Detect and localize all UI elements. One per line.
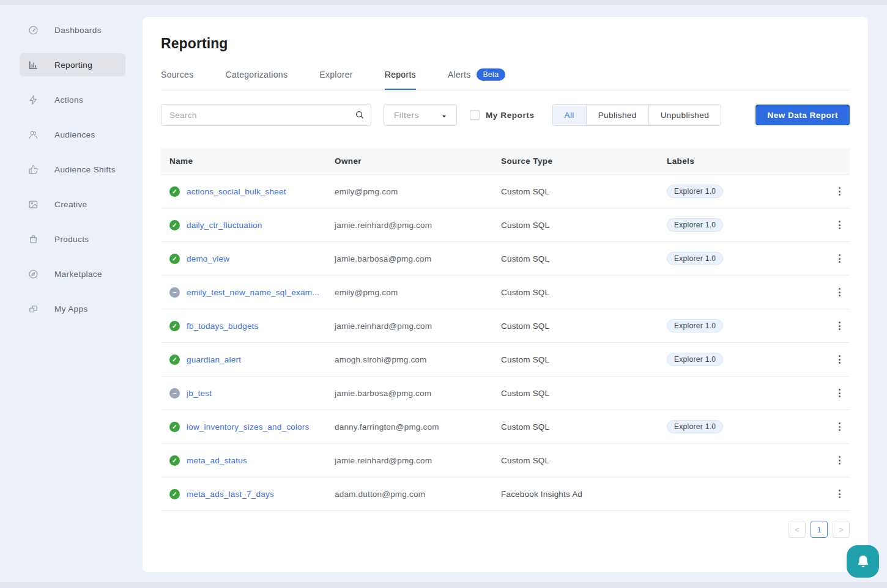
tab-sources[interactable]: Sources (161, 68, 193, 90)
bar-chart-icon (28, 60, 39, 70)
labels-cell: Explorer 1.0 (667, 185, 829, 198)
row-menu-kebab-icon[interactable] (829, 487, 850, 501)
sidebar-item-creative[interactable]: Creative (20, 193, 125, 216)
column-header-labels: Labels (667, 156, 829, 166)
report-name-link[interactable]: emily_test_new_name_sql_exam... (187, 288, 319, 297)
sidebar-item-products[interactable]: Products (20, 227, 125, 251)
table-row: ✓ guardian_alert amogh.sirohi@pmg.com Cu… (161, 343, 850, 377)
search-box (161, 104, 371, 126)
report-name-link[interactable]: daily_ctr_fluctuation (187, 221, 262, 230)
tab-explorer[interactable]: Explorer (319, 68, 353, 90)
name-cell: ✓ demo_view (161, 254, 335, 264)
published-status-icon: ✓ (169, 254, 180, 264)
table-row: ✓ daily_ctr_fluctuation jamie.reinhard@p… (161, 208, 850, 242)
sidebar-item-reporting[interactable]: Reporting (20, 53, 125, 76)
sidebar-item-audiences[interactable]: Audiences (20, 123, 125, 146)
published-status-icon: ✓ (169, 355, 180, 365)
owner-cell: adam.dutton@pmg.com (335, 490, 501, 499)
row-menu-kebab-icon[interactable] (829, 386, 850, 400)
bell-icon (855, 554, 871, 570)
pagination-prev-button[interactable]: < (789, 521, 806, 538)
sidebar-item-label: Creative (54, 200, 87, 209)
segment-published[interactable]: Published (587, 105, 649, 125)
labels-cell: Explorer 1.0 (667, 252, 829, 265)
report-name-link[interactable]: demo_view (187, 254, 229, 263)
unpublished-status-icon: − (169, 287, 180, 298)
row-menu-kebab-icon[interactable] (829, 319, 850, 333)
pagination-page-1[interactable]: 1 (811, 521, 828, 538)
row-menu-kebab-icon[interactable] (829, 454, 850, 467)
search-icon (355, 110, 365, 120)
owner-cell: emily@pmg.com (335, 187, 501, 196)
row-menu-kebab-icon[interactable] (829, 420, 850, 433)
sidebar-item-label: Products (54, 235, 89, 244)
source-type-cell: Custom SQL (501, 355, 667, 364)
column-header-owner: Owner (335, 156, 501, 166)
sidebar-item-my-apps[interactable]: My Apps (20, 297, 125, 320)
tab-categorizations[interactable]: Categorizations (225, 68, 288, 90)
tab-label: Alerts (448, 70, 471, 79)
table-row: ✓ actions_social_bulk_sheet emily@pmg.co… (161, 175, 850, 208)
row-menu-kebab-icon[interactable] (829, 252, 850, 265)
report-name-link[interactable]: low_inventory_sizes_and_colors (187, 422, 309, 432)
column-header-name: Name (161, 156, 335, 166)
label-pill: Explorer 1.0 (667, 319, 723, 333)
window-edge-bottom (0, 582, 887, 588)
tab-label: Explorer (319, 70, 353, 79)
owner-cell: emily@pmg.com (335, 288, 501, 297)
people-icon (28, 130, 39, 140)
report-name-link[interactable]: meta_ad_status (187, 456, 247, 465)
source-type-cell: Custom SQL (501, 389, 667, 398)
sidebar-item-marketplace[interactable]: Marketplace (20, 262, 125, 285)
tab-reports[interactable]: Reports (385, 68, 416, 90)
source-type-cell: Custom SQL (501, 456, 667, 465)
sidebar-item-dashboards[interactable]: Dashboards (20, 18, 125, 42)
report-name-link[interactable]: jb_test (187, 389, 212, 398)
sidebar-item-audience-shifts[interactable]: Audience Shifts (20, 158, 125, 181)
owner-cell: jamie.barbosa@pmg.com (335, 389, 501, 398)
report-name-link[interactable]: fb_todays_budgets (187, 322, 259, 331)
report-name-link[interactable]: guardian_alert (187, 355, 241, 364)
my-reports-toggle[interactable]: My Reports (470, 110, 535, 120)
image-icon (28, 199, 39, 210)
my-reports-checkbox[interactable] (470, 110, 480, 120)
name-cell: ✓ actions_social_bulk_sheet (161, 186, 335, 197)
tab-alerts[interactable]: Alerts Beta (448, 68, 505, 90)
sidebar-item-actions[interactable]: Actions (20, 88, 125, 111)
row-menu-kebab-icon[interactable] (829, 218, 850, 232)
page-title: Reporting (161, 35, 850, 52)
segment-unpublished[interactable]: Unpublished (649, 105, 721, 125)
chevron-down-icon (440, 111, 448, 119)
owner-cell: amogh.sirohi@pmg.com (335, 355, 501, 364)
toolbar: Filters My Reports All Published Unpubli… (161, 104, 850, 126)
gauge-icon (28, 25, 39, 35)
report-name-link[interactable]: actions_social_bulk_sheet (187, 187, 286, 196)
published-status-icon: ✓ (169, 422, 180, 432)
row-menu-kebab-icon[interactable] (829, 353, 850, 366)
column-header-source-type: Source Type (501, 156, 667, 166)
publish-filter-segmented-control: All Published Unpublished (552, 104, 722, 126)
row-menu-kebab-icon[interactable] (829, 185, 850, 198)
beta-badge: Beta (477, 68, 506, 81)
name-cell: − emily_test_new_name_sql_exam... (161, 287, 335, 298)
source-type-cell: Custom SQL (501, 254, 667, 263)
pagination-next-button[interactable]: > (833, 521, 850, 538)
segment-all[interactable]: All (553, 105, 587, 125)
source-type-cell: Custom SQL (501, 322, 667, 331)
name-cell: ✓ fb_todays_budgets (161, 321, 335, 331)
sidebar: Dashboards Reporting Actions Audiences A… (0, 0, 143, 588)
row-menu-kebab-icon[interactable] (829, 285, 850, 299)
main-content-card: Reporting Sources Categorizations Explor… (143, 17, 868, 572)
notification-chat-widget-button[interactable] (847, 545, 879, 578)
table-row: ✓ meta_ad_status jamie.reinhard@pmg.com … (161, 444, 850, 477)
report-name-link[interactable]: meta_ads_last_7_days (187, 490, 274, 499)
pagination: < 1 > (161, 521, 850, 538)
filters-dropdown[interactable]: Filters (384, 104, 457, 126)
search-input[interactable] (161, 104, 371, 126)
new-data-report-button[interactable]: New Data Report (755, 105, 850, 125)
published-status-icon: ✓ (169, 455, 180, 466)
owner-cell: jamie.barbosa@pmg.com (335, 254, 501, 263)
labels-cell: Explorer 1.0 (667, 353, 829, 366)
owner-cell: danny.farrington@pmg.com (335, 422, 501, 432)
name-cell: ✓ low_inventory_sizes_and_colors (161, 422, 335, 432)
